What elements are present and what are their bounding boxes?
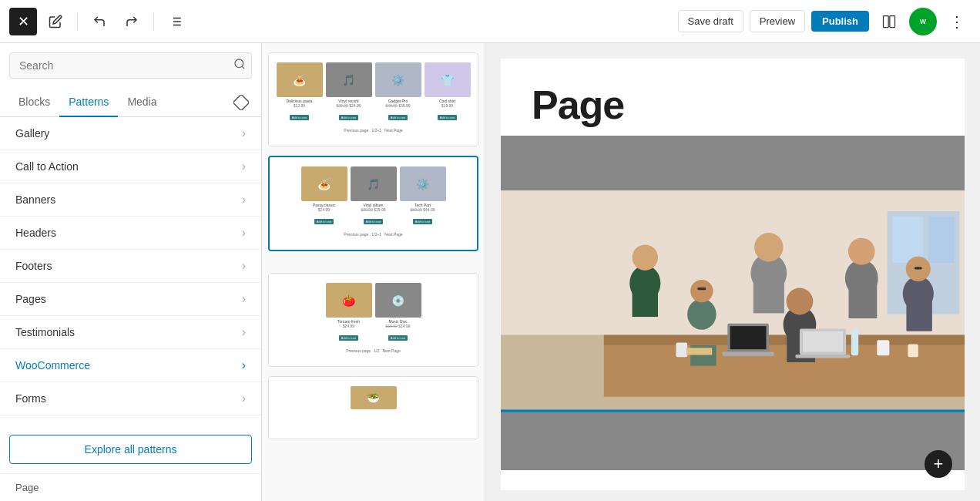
search-box <box>9 52 252 79</box>
svg-rect-42 <box>723 352 774 356</box>
pattern-footer-text: Previous page 1/2+1 Next Page <box>344 232 402 237</box>
chevron-icon: › <box>242 126 246 140</box>
product-image: 🎵 <box>351 166 397 201</box>
pattern-card-1[interactable]: 🍝 Delicious pasta $12.99 Add to cart 🎵 V… <box>268 52 478 146</box>
product-image: ⚙️ <box>400 166 446 201</box>
list-view-button[interactable] <box>162 8 190 35</box>
svg-point-24 <box>690 280 713 302</box>
editor-area: Page <box>485 43 980 501</box>
page-title: Page <box>532 82 934 128</box>
pattern-preview-1: 🍝 Delicious pasta $12.99 Add to cart 🎵 V… <box>269 53 478 146</box>
svg-rect-39 <box>915 267 921 269</box>
sidebar-item-pages[interactable]: Pages › <box>0 283 261 316</box>
undo-icon <box>92 15 106 29</box>
pattern-footer-text: Previous page 1/2+1 Next Page <box>344 128 402 133</box>
main-area: Blocks Patterns Media Gallery › Call to … <box>0 43 980 501</box>
svg-rect-45 <box>796 355 850 358</box>
search-icon <box>233 58 246 70</box>
add-block-button[interactable]: + <box>925 450 952 478</box>
product-image: 🥗 <box>351 386 397 409</box>
svg-rect-16 <box>892 217 923 263</box>
chevron-icon: › <box>242 325 246 339</box>
svg-point-21 <box>633 244 658 270</box>
mini-product: 🎵 Vinyl album $39.99 $29.99 Add to cart <box>351 166 397 226</box>
save-draft-button[interactable]: Save draft <box>678 10 743 32</box>
mini-product: 🍝 Delicious pasta $12.99 Add to cart <box>277 62 323 122</box>
more-options-button[interactable]: ⋮ <box>943 8 971 35</box>
svg-text:W: W <box>920 18 926 25</box>
mini-product: 🎵 Vinyl record $29.99 $24.99 Add to cart <box>326 62 372 122</box>
svg-rect-6 <box>884 15 889 27</box>
svg-rect-41 <box>730 326 767 349</box>
pattern-card-2[interactable]: 🍝 Pasta classic $24.99 Add to cart 🎵 Vin… <box>268 156 478 251</box>
mini-product: ⚙️ Tech Part $59.99 $44.99 Add to cart <box>400 166 446 226</box>
wp-logo-button[interactable]: W <box>909 8 937 35</box>
sidebar-item-footers[interactable]: Footers › <box>0 250 261 283</box>
svg-rect-12 <box>233 95 249 110</box>
toolbar-divider <box>77 12 78 31</box>
tab-media[interactable]: Media <box>118 88 166 117</box>
close-button[interactable]: ✕ <box>9 8 37 35</box>
svg-rect-35 <box>849 272 878 318</box>
sidebar-item-woocommerce[interactable]: WooCommerce › <box>0 349 261 382</box>
product-image: ⚙️ <box>375 62 421 97</box>
svg-rect-51 <box>501 409 965 412</box>
mini-product: 👕 Cool shirt $19.99 Add to cart <box>425 62 471 122</box>
view-toggle-button[interactable] <box>875 8 903 35</box>
sidebar-item-forms[interactable]: Forms › <box>0 382 261 415</box>
pattern-preview-3: 🍅 Tomato fresh $24.99 Add to cart 💿 Musi… <box>269 274 478 366</box>
svg-point-34 <box>848 238 875 265</box>
tab-patterns[interactable]: Patterns <box>59 88 118 117</box>
svg-point-10 <box>235 59 243 68</box>
mini-product-grid: 🍅 Tomato fresh $24.99 Add to cart 💿 Musi… <box>272 280 475 345</box>
mini-product: ⚙️ Gadget Pro $49.99 $39.99 Add to cart <box>375 62 421 122</box>
tab-icon-button[interactable] <box>230 88 252 116</box>
undo-button[interactable] <box>86 8 113 35</box>
sidebar-item-call-to-action[interactable]: Call to Action › <box>0 150 261 183</box>
svg-rect-46 <box>676 343 687 358</box>
pattern-card-3[interactable]: 🍅 Tomato fresh $24.99 Add to cart 💿 Musi… <box>268 273 478 367</box>
pattern-card-4[interactable]: 🥗 <box>268 376 478 439</box>
sidebar-category-list: Gallery › Call to Action › Banners › Hea… <box>0 117 261 425</box>
view-toggle-icon <box>881 14 897 29</box>
toolbar-right: Save draft Preview Publish W ⋮ <box>678 8 971 35</box>
product-image: 🎵 <box>326 62 372 97</box>
product-image: 🍝 <box>301 166 347 201</box>
publish-button[interactable]: Publish <box>811 11 869 32</box>
redo-button[interactable] <box>118 8 146 35</box>
product-image: 👕 <box>425 62 471 97</box>
pattern-preview-2: 🍝 Pasta classic $24.99 Add to cart 🎵 Vin… <box>270 157 477 250</box>
search-button[interactable] <box>233 58 246 73</box>
svg-rect-49 <box>851 330 858 355</box>
svg-rect-50 <box>686 348 712 355</box>
pencil-button[interactable] <box>42 8 69 35</box>
chevron-icon: › <box>242 193 246 207</box>
svg-line-11 <box>242 66 244 69</box>
svg-point-23 <box>687 299 716 330</box>
svg-rect-17 <box>928 217 954 263</box>
preview-button[interactable]: Preview <box>750 10 805 32</box>
patterns-panel: 🍝 Delicious pasta $12.99 Add to cart 🎵 V… <box>262 43 485 501</box>
svg-rect-18 <box>604 335 965 345</box>
product-image: 💿 <box>375 283 421 318</box>
sidebar-item-headers[interactable]: Headers › <box>0 217 261 250</box>
explore-all-patterns-button[interactable]: Explore all patterns <box>9 435 252 464</box>
tab-blocks[interactable]: Blocks <box>9 88 59 117</box>
sidebar-tabs: Blocks Patterns Media <box>0 88 261 117</box>
svg-rect-25 <box>698 287 706 290</box>
toolbar-divider-2 <box>153 12 154 31</box>
chevron-icon: › <box>242 160 246 173</box>
mini-product-grid: 🍝 Pasta classic $24.99 Add to cart 🎵 Vin… <box>273 163 474 229</box>
search-input[interactable] <box>9 52 252 79</box>
hero-image <box>501 136 965 467</box>
chevron-icon: › <box>242 358 246 372</box>
editor-canvas[interactable]: Page <box>501 59 965 490</box>
sidebar-item-gallery[interactable]: Gallery › <box>0 117 261 150</box>
sidebar-item-banners[interactable]: Banners › <box>0 183 261 217</box>
chevron-icon: › <box>242 259 246 273</box>
page-title-area: Page <box>501 59 965 136</box>
mini-product: 💿 Music Disc $19.99 $14.99 Add to cart <box>375 283 421 342</box>
svg-rect-22 <box>633 276 658 318</box>
sidebar-item-testimonials[interactable]: Testimonials › <box>0 316 261 349</box>
svg-point-28 <box>754 233 783 261</box>
